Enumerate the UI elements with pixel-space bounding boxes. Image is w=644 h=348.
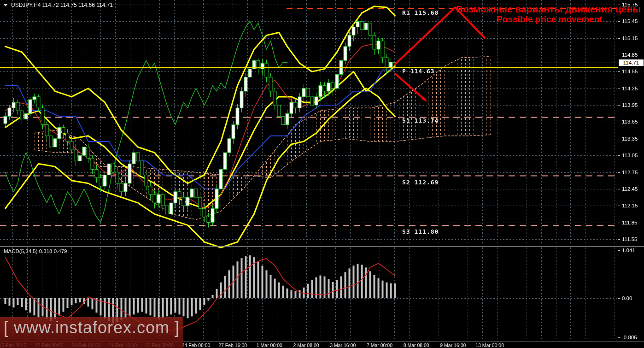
watermark-text: [ www.instaforex.com ]: [4, 318, 180, 337]
annotation-text-ru: Возможные варианты движения цены: [456, 4, 644, 15]
price-tick-label: 111.85: [622, 220, 637, 226]
instaforex-watermark-banner: [ www.instaforex.com ]: [0, 317, 183, 348]
macd-indicator-label: MACD(5,34,5) 0.318 0.479: [4, 248, 67, 254]
time-tick-label: 9 Mar 16:00: [432, 342, 474, 348]
price-tick-label: 113.65: [622, 119, 638, 125]
price-tick-label: 113.95: [622, 102, 638, 108]
current-price-badge: 114.71: [619, 59, 644, 66]
symbol-ohlc-text: USDJPY,H4 114.72 114.75 114.66 114.71: [11, 2, 113, 8]
price-tick-label: 115.15: [622, 35, 638, 41]
chart-title: USDJPY,H4 114.72 114.75 114.66 114.71: [3, 2, 113, 8]
pivot-label-s3: S3 111.80: [402, 228, 439, 235]
price-tick-label: 113.35: [622, 136, 638, 142]
chart-canvas[interactable]: [0, 0, 644, 348]
time-tick-label: 7 Mar 00:00: [358, 342, 401, 348]
macd-tick-label: -0.805: [622, 335, 637, 341]
price-tick-label: 114.25: [622, 86, 638, 92]
time-tick-label: 3 Mar 16:00: [322, 342, 364, 348]
price-tick-label: 114.55: [622, 69, 638, 75]
pivot-label-s2: S2 112.69: [402, 179, 439, 186]
pivot-label-p: P 114.63: [402, 68, 435, 75]
time-tick-label: 2 Mar 08:00: [285, 342, 328, 348]
chart-window: USDJPY,H4 114.72 114.75 114.66 114.71 Во…: [0, 0, 644, 348]
macd-tick-label: 0.00: [622, 295, 632, 301]
price-tick-label: 112.75: [622, 170, 638, 176]
macd-tick-label: 1.041: [622, 248, 635, 254]
price-tick-label: 114.85: [622, 52, 638, 58]
pivot-label-r1: R1 115.68: [402, 9, 439, 16]
pivot-label-s1: S1 113.74: [402, 117, 439, 124]
chevron-down-icon[interactable]: [3, 4, 8, 6]
price-tick-label: 112.15: [622, 203, 638, 209]
price-tick-label: 113.05: [622, 153, 638, 159]
price-tick-label: 112.45: [622, 186, 638, 192]
annotation-text-en: Possible price movement: [474, 14, 626, 24]
price-axis[interactable]: 115.75115.45115.15114.85114.55114.25113.…: [618, 0, 644, 342]
price-tick-label: 111.55: [622, 236, 637, 242]
time-tick-label: 13 Mar 00:00: [468, 342, 511, 348]
time-tick-label: 1 Mar 00:00: [248, 342, 291, 348]
time-tick-label: 27 Feb 16:00: [211, 342, 254, 348]
time-tick-label: 8 Mar 08:00: [395, 342, 438, 348]
